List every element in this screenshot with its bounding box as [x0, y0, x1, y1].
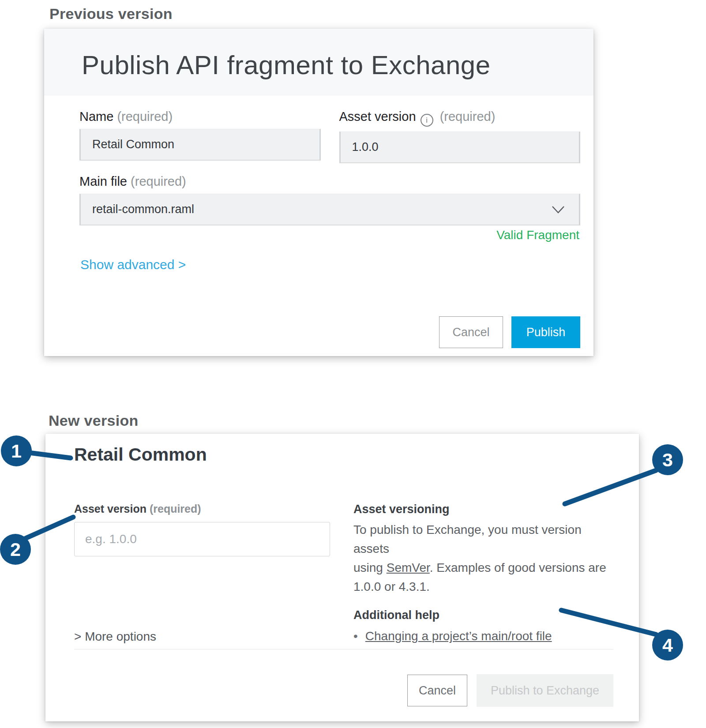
required-hint: (required): [117, 109, 173, 124]
dialog-title: Publish API fragment to Exchange: [82, 50, 491, 80]
page: Previous version Publish API fragment to…: [0, 0, 706, 728]
chevron-down-icon: [552, 206, 565, 214]
semver-link[interactable]: SemVer: [387, 561, 430, 574]
previous-publish-dialog: Publish API fragment to Exchange Name (r…: [44, 29, 593, 356]
cancel-button[interactable]: Cancel: [407, 675, 467, 706]
dialog-actions: Cancel Publish to Exchange: [407, 674, 613, 707]
cancel-button[interactable]: Cancel: [439, 316, 503, 348]
asset-version-input[interactable]: [339, 131, 581, 163]
help-text-line: using SemVer. Examples of good versions …: [353, 558, 618, 577]
publish-to-exchange-button[interactable]: Publish to Exchange: [477, 674, 613, 707]
help-text-line: To publish to Exchange, you must version…: [353, 520, 618, 558]
required-hint: (required): [150, 503, 201, 515]
publish-button[interactable]: Publish: [511, 316, 580, 348]
required-hint: (required): [440, 109, 496, 124]
asset-versioning-heading: Asset versioning: [353, 503, 618, 516]
name-label: Name (required): [79, 109, 321, 124]
asset-version-field-group: Asset version (required): [74, 503, 330, 556]
required-hint: (required): [131, 174, 186, 188]
main-file-value: retail-common.raml: [92, 203, 194, 216]
more-options-toggle[interactable]: > More options: [74, 630, 156, 644]
bullet-icon: •: [353, 629, 358, 643]
new-publish-dialog: Retail Common Asset version (required) A…: [45, 434, 639, 721]
asset-version-label: Asset versioni (required): [339, 109, 581, 127]
additional-help-item: • Changing a project’s main/root file: [353, 629, 618, 643]
name-and-version-row: Name (required) Asset versioni (required…: [79, 109, 580, 163]
help-text-line: 1.0.0 or 4.3.1.: [353, 577, 618, 596]
show-advanced-link[interactable]: Show advanced >: [80, 257, 186, 272]
asset-version-field-group: Asset versioni (required): [339, 109, 581, 163]
help-panel: Asset versioning To publish to Exchange,…: [353, 503, 618, 643]
valid-fragment-status: Valid Fragment: [496, 228, 579, 242]
dialog-actions: Cancel Publish: [439, 316, 580, 348]
main-root-file-link[interactable]: Changing a project’s main/root file: [365, 629, 552, 643]
new-version-heading: New version: [49, 412, 139, 429]
previous-version-heading: Previous version: [49, 5, 173, 23]
callout-badge-4: 4: [652, 630, 683, 660]
callout-badge-1: 1: [1, 435, 32, 466]
name-input[interactable]: [79, 129, 321, 161]
main-file-field-group: Main file (required) retail-common.raml: [79, 174, 580, 225]
asset-version-label: Asset version (required): [74, 503, 330, 515]
name-field-group: Name (required): [79, 109, 321, 163]
callout-badge-3: 3: [652, 444, 683, 475]
asset-versioning-text: To publish to Exchange, you must version…: [353, 520, 618, 596]
additional-help-heading: Additional help: [353, 608, 618, 622]
main-file-label: Main file (required): [79, 174, 580, 189]
asset-version-input[interactable]: [74, 522, 330, 556]
dialog-header: Publish API fragment to Exchange: [44, 29, 593, 95]
dialog-title: Retail Common: [74, 444, 207, 465]
callout-badge-2: 2: [0, 534, 31, 565]
divider: [74, 649, 613, 649]
info-icon[interactable]: i: [421, 114, 433, 127]
main-file-select[interactable]: retail-common.raml: [79, 194, 580, 225]
